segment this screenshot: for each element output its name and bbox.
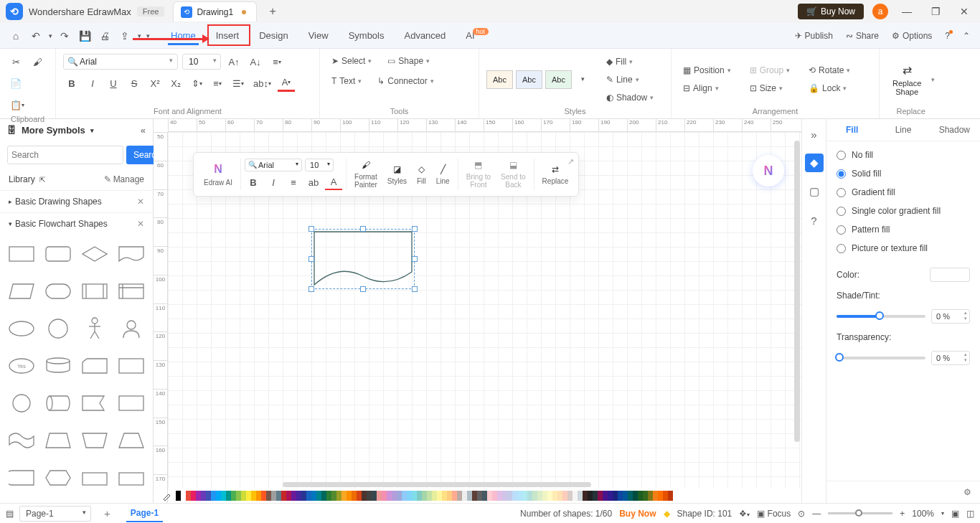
palette-color[interactable] [221,491,226,501]
size-menu[interactable]: ⊡Size▾ [745,80,794,96]
palette-color[interactable] [643,491,648,501]
palette-color[interactable] [362,491,367,501]
resize-handle-ne[interactable] [412,226,418,232]
palette-color[interactable] [477,491,482,501]
palette-color[interactable] [593,491,598,501]
shape-ellipse[interactable] [6,315,38,342]
rp-tab-fill[interactable]: Fill [826,119,877,141]
resize-handle-nw[interactable] [308,226,314,232]
canvas-scrollbar-h[interactable] [283,482,591,487]
palette-color[interactable] [372,491,377,501]
palette-color[interactable] [331,491,336,501]
menu-view[interactable]: View [298,26,339,45]
collapse-panel-button[interactable]: « [141,125,146,136]
palette-color[interactable] [547,491,552,501]
strike-button[interactable]: S [126,75,143,92]
palette-color[interactable] [357,491,362,501]
cut-button[interactable]: ✂ [7,53,24,70]
bullets-button[interactable]: ☰▾ [230,75,247,92]
buy-now-button[interactable]: 🛒 Buy Now [798,4,864,19]
rail-fill-button[interactable]: ◆ [805,154,824,172]
palette-color[interactable] [562,491,567,501]
add-tab-button[interactable]: + [264,5,281,18]
shape-hex[interactable] [42,464,75,491]
export-button[interactable]: ⇪ [115,26,135,46]
rail-present-button[interactable]: ▢ [805,182,824,201]
select-tool[interactable]: ➤Select▾ [327,53,376,69]
shape-trap2[interactable] [79,427,111,454]
text-tool[interactable]: TText▾ [327,73,366,89]
font-size-select[interactable]: 10▾ [182,54,221,70]
edraw-ai-button[interactable]: N Edraw AI [199,163,237,187]
rail-expand[interactable]: » [805,125,824,143]
format-painter-button[interactable]: 🖌 [29,53,46,70]
align-shapes-menu[interactable]: ⊟Align▾ [679,80,735,96]
palette-color[interactable] [261,491,266,501]
palette-color[interactable] [286,491,291,501]
palette-color[interactable] [507,491,512,501]
shape-tool[interactable]: ▭Shape▾ [383,53,434,69]
palette-color[interactable] [613,491,618,501]
palette-color[interactable] [301,491,306,501]
fill-menu[interactable]: ◆Fill▾ [602,54,658,70]
palette-color[interactable] [402,491,407,501]
rp-tab-line[interactable]: Line [877,119,928,141]
lock-menu[interactable]: 🔒Lock▾ [804,80,854,96]
menu-symbols[interactable]: Symbols [339,26,395,45]
radio-no-fill[interactable]: No fill [837,150,970,160]
shape-database[interactable] [42,352,75,380]
page-tab-active[interactable]: Page-1 [126,505,163,522]
redo-button[interactable]: ↷ [55,26,75,46]
shape-trap3[interactable] [115,427,147,454]
publish-button[interactable]: ✈Publish [791,29,837,43]
palette-color[interactable] [603,491,608,501]
radio-single-gradient[interactable]: Single color gradient fill [837,206,970,216]
palette-color[interactable] [512,491,517,501]
style-more[interactable]: ▾ [575,70,592,88]
shape-person[interactable] [79,315,111,342]
palette-color[interactable] [231,491,236,501]
replace-shape-button[interactable]: ⇄ Replace Shape [887,60,927,99]
focus-button[interactable]: ▣ Focus [757,509,791,519]
position-menu[interactable]: ▦Position▾ [679,62,735,78]
palette-color[interactable] [226,491,231,501]
group-menu[interactable]: ⊞Group▾ [745,62,794,78]
manage-button[interactable]: ✎Manage [104,174,144,184]
palette-color[interactable] [663,491,668,501]
qa-more[interactable]: ▾ [143,26,152,46]
shape-circle2[interactable] [6,390,38,417]
document-tab[interactable]: ⟲ Drawing1 [173,1,257,22]
palette-color[interactable] [382,491,387,501]
shade-slider[interactable] [837,315,925,318]
float-styles[interactable]: ◪Styles [383,164,411,185]
options-button[interactable]: ⚙Options [887,29,936,43]
decrease-font-button[interactable]: A↓ [247,53,264,70]
palette-color[interactable] [608,491,613,501]
spacing-button[interactable]: ⇕▾ [188,75,205,92]
palette-color[interactable] [422,491,427,501]
palette-color[interactable] [542,491,547,501]
palette-color[interactable] [397,491,402,501]
float-fontcolor[interactable]: A [325,174,342,190]
shape-trap1[interactable] [42,427,75,454]
export-dropdown[interactable]: ▾ [135,26,143,46]
palette-color[interactable] [377,491,382,501]
palette-color[interactable] [407,491,412,501]
palette-color[interactable] [638,491,643,501]
zoom-out[interactable]: — [812,509,821,519]
palette-color[interactable] [316,491,321,501]
float-bold[interactable]: B [245,174,262,190]
shape-rect2[interactable] [115,352,147,380]
rail-help-button[interactable]: ? [805,211,824,230]
transparency-slider[interactable] [837,357,925,359]
float-replace[interactable]: ⇄Replace [538,164,573,185]
palette-color[interactable] [517,491,522,501]
page-select[interactable]: Page-1▾ [19,506,91,522]
category-basic-drawing[interactable]: ▸Basic Drawing Shapes ✕ [0,190,153,212]
connector-tool[interactable]: ↳Connector▾ [373,73,438,89]
palette-color[interactable] [492,491,497,501]
palette-color[interactable] [658,491,663,501]
radio-pattern-fill[interactable]: Pattern fill [837,225,970,235]
resize-handle-sw[interactable] [308,286,314,292]
palette-color[interactable] [633,491,638,501]
